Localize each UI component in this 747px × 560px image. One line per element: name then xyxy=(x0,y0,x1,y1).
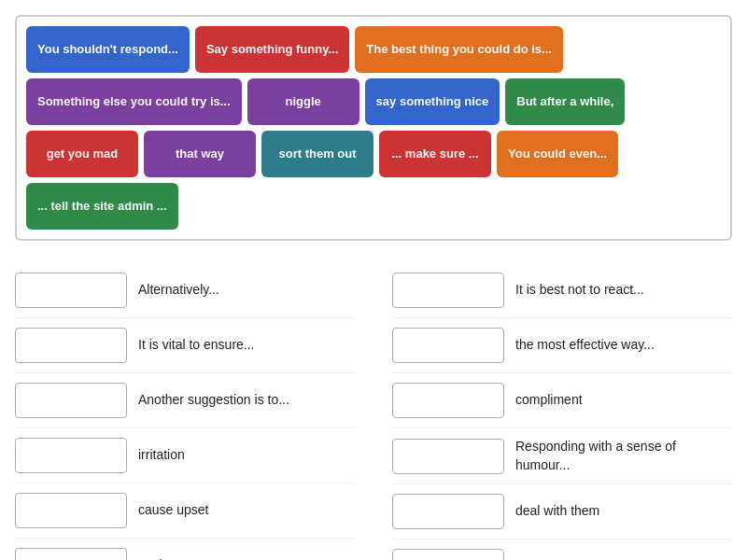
tile-9[interactable]: that way xyxy=(144,131,256,177)
match-label: deal with them xyxy=(515,502,599,521)
match-input-box[interactable] xyxy=(392,549,504,560)
tile-11[interactable]: ... make sure ... xyxy=(379,131,491,177)
match-row: It is best not to react... xyxy=(392,263,732,318)
match-label: cause upset xyxy=(138,501,209,520)
match-row: irritation xyxy=(15,428,355,483)
match-input-box[interactable] xyxy=(15,273,127,308)
word-bank: You shouldn't respond...Say something fu… xyxy=(15,15,732,241)
match-label: It is vital to ensure... xyxy=(138,336,255,355)
match-input-box[interactable] xyxy=(15,383,127,418)
tile-8[interactable]: get you mad xyxy=(26,131,138,177)
tile-1[interactable]: You shouldn't respond... xyxy=(26,26,190,73)
tile-7[interactable]: But after a while, xyxy=(505,78,625,125)
match-row: Alternatively... xyxy=(15,263,355,318)
match-label: Another suggestion is to... xyxy=(138,391,289,410)
match-input-box[interactable] xyxy=(392,273,504,308)
match-row: deal with them xyxy=(392,484,732,539)
tile-4[interactable]: Something else you could try is... xyxy=(26,78,242,125)
tile-3[interactable]: The best thing you could do is... xyxy=(355,26,563,73)
match-row: Another suggestion is to... xyxy=(15,373,355,428)
match-section: Alternatively...It is vital to ensure...… xyxy=(15,263,732,560)
match-input-box[interactable] xyxy=(392,439,504,474)
match-label: Responding with a sense of humour... xyxy=(515,438,732,474)
tile-10[interactable]: sort them out xyxy=(261,131,374,177)
tile-5[interactable]: niggle xyxy=(247,78,359,125)
match-input-box[interactable] xyxy=(15,328,127,363)
match-row: Responding with a sense of humour... xyxy=(392,428,732,484)
match-row: Eventually... xyxy=(392,539,732,560)
match-label: compliment xyxy=(515,391,583,410)
match-row: compliment xyxy=(392,373,732,428)
match-row: so that xyxy=(15,539,355,560)
match-label: the most effective way... xyxy=(515,336,655,355)
tile-2[interactable]: Say something funny... xyxy=(195,26,349,73)
tile-6[interactable]: say something nice xyxy=(365,78,500,125)
match-label: Alternatively... xyxy=(138,281,219,300)
match-input-box[interactable] xyxy=(15,493,127,528)
match-column-left: Alternatively...It is vital to ensure...… xyxy=(15,263,355,560)
match-row: It is vital to ensure... xyxy=(15,318,355,373)
match-column-right: It is best not to react...the most effec… xyxy=(392,263,732,560)
match-input-box[interactable] xyxy=(392,383,504,418)
match-label: It is best not to react... xyxy=(515,281,644,300)
match-input-box[interactable] xyxy=(392,494,504,529)
match-row: cause upset xyxy=(15,483,355,539)
match-label: so that xyxy=(138,556,177,560)
tile-12[interactable]: You could even... xyxy=(497,131,618,177)
match-input-box[interactable] xyxy=(392,328,504,363)
match-input-box[interactable] xyxy=(15,438,127,473)
match-row: the most effective way... xyxy=(392,318,732,373)
match-input-box[interactable] xyxy=(15,548,127,560)
match-label: irritation xyxy=(138,446,185,465)
tile-13[interactable]: ... tell the site admin ... xyxy=(26,183,178,230)
